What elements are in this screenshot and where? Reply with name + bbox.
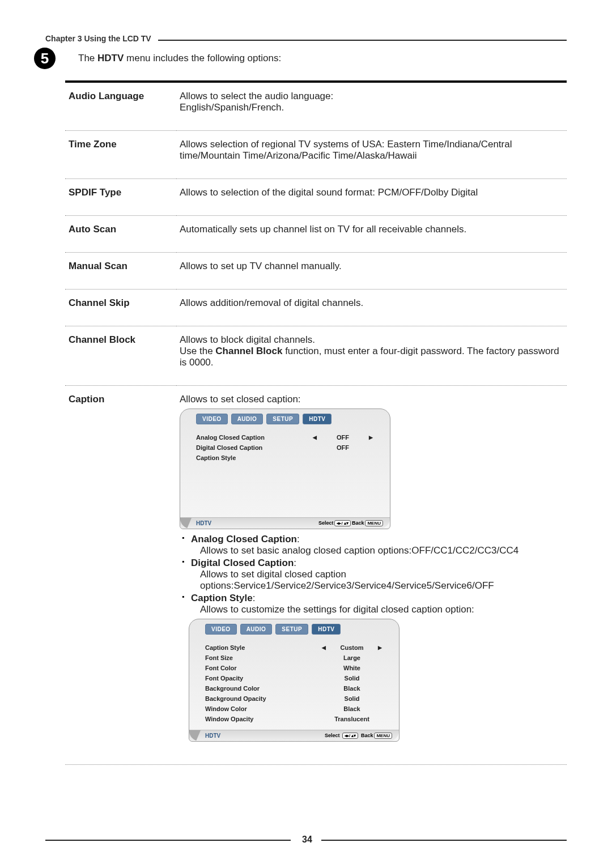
- label-spdif: SPDIF Type: [65, 179, 176, 216]
- desc-auto-scan: Automatically sets up channel list on TV…: [176, 216, 567, 253]
- row-channel-skip: Channel Skip Allows addition/removal of …: [65, 290, 567, 326]
- osd-tabs: VIDEO AUDIO SETUP HDTV: [180, 409, 390, 427]
- footer-back: Back: [352, 520, 364, 526]
- row-auto-scan: Auto Scan Automatically sets up channel …: [65, 216, 567, 253]
- osd-footer-1: HDTV Select◂▸/ ▴▾BackMENU: [180, 517, 390, 529]
- osd2-r7-v: Black: [329, 704, 375, 714]
- right-arrow-icon: ▶: [375, 643, 385, 653]
- osd-footer-2: HDTV Select ◂▸/ ▴▾ BackMENU: [189, 730, 399, 741]
- caption-intro: Allows to set closed caption:: [180, 394, 301, 405]
- osd2-r4-v: Solid: [329, 673, 375, 683]
- row-spdif: SPDIF Type Allows to selection of the di…: [65, 179, 567, 216]
- osd2-footer-hint: Select ◂▸/ ▴▾ BackMENU: [325, 733, 393, 739]
- options-table: Audio Language Allows to select the audi…: [65, 80, 567, 762]
- desc-manual-scan: Allows to set up TV channel manually.: [176, 253, 567, 290]
- analog-label: Analog Closed Caption: [191, 534, 297, 544]
- osd2-row5: Background Color◀Black▶: [205, 683, 385, 693]
- osd-tab-audio: AUDIO: [231, 414, 264, 424]
- row-caption: Caption Allows to set closed caption: VI…: [65, 386, 567, 763]
- osd2-r3-l: Font Color: [205, 663, 318, 673]
- osd2-footer-title: HDTV: [205, 733, 220, 739]
- osd-tab-setup: SETUP: [266, 414, 299, 424]
- osd-tabs-2: VIDEO AUDIO SETUP HDTV: [189, 619, 399, 637]
- step-text-pre: The: [78, 53, 97, 63]
- osd2-r4-l: Font Opacity: [205, 673, 318, 683]
- label-audio-language: Audio Language: [65, 82, 176, 131]
- analog-desc: Allows to set basic analog closed captio…: [191, 545, 561, 556]
- label-caption: Caption: [65, 386, 176, 763]
- osd-body-1: Analog Closed Caption ◀ OFF ▶ Digital Cl…: [180, 427, 390, 517]
- osd1-row2-value: OFF: [320, 442, 366, 453]
- osd2-r2-v: Large: [329, 653, 375, 663]
- osd1-row1-value: OFF: [320, 432, 366, 442]
- osd2-tab-setup: SETUP: [275, 624, 308, 635]
- osd2-row6: Background Opacity◀Solid▶: [205, 693, 385, 704]
- cb-bold: Channel Block: [215, 346, 282, 356]
- footer-rule-left: [45, 840, 291, 841]
- osd-panel-1: VIDEO AUDIO SETUP HDTV Analog Closed Cap…: [180, 409, 390, 529]
- footer-rule-right: [321, 840, 567, 841]
- desc-channel-block: Allows to block digital channels. Use th…: [176, 326, 567, 386]
- osd1-row2-label: Digital Closed Caption: [196, 442, 309, 453]
- osd-caption-style-menu: VIDEO AUDIO SETUP HDTV Caption Style ◀ C…: [189, 619, 561, 742]
- osd2-r8-l: Window Opacity: [205, 714, 318, 724]
- osd-footer-title: HDTV: [196, 520, 211, 526]
- page-header-row: Chapter 3 Using the LCD TV: [45, 34, 567, 48]
- chapter-header: Chapter 3 Using the LCD TV: [45, 34, 151, 43]
- osd2-tab-hdtv: HDTV: [312, 624, 341, 635]
- osd2-row7: Window Color◀Black▶: [205, 704, 385, 714]
- digital-label: Digital Closed Caption: [191, 558, 294, 568]
- osd2-row8: Window Opacity◀Translucent▶: [205, 714, 385, 724]
- page-number: 34: [298, 835, 317, 845]
- osd2-r6-l: Background Opacity: [205, 693, 318, 704]
- osd1-row3: Caption Style: [196, 453, 376, 463]
- table-bottom-rule: [65, 764, 567, 765]
- row-time-zone: Time Zone Allows selection of regional T…: [65, 131, 567, 179]
- osd1-row1: Analog Closed Caption ◀ OFF ▶: [196, 432, 376, 442]
- label-manual-scan: Manual Scan: [65, 253, 176, 290]
- row-manual-scan: Manual Scan Allows to set up TV channel …: [65, 253, 567, 290]
- bullet-analog: Analog Closed Caption: Allows to set bas…: [182, 534, 561, 556]
- osd2-r1-v: Custom: [329, 643, 375, 653]
- step-text-post: menu includes the following options:: [124, 53, 281, 63]
- osd-tab-video: VIDEO: [196, 414, 228, 424]
- osd-tab-hdtv: HDTV: [303, 414, 332, 424]
- cb-line1: Allows to block digital channels.: [180, 334, 315, 345]
- row-audio-language: Audio Language Allows to select the audi…: [65, 82, 567, 131]
- desc-spdif: Allows to selection of the digital sound…: [176, 179, 567, 216]
- left-arrow-icon: ◀: [318, 643, 329, 653]
- osd2-row4: Font Opacity◀Solid▶: [205, 673, 385, 683]
- osd1-row2: Digital Closed Caption ◀ OFF ▶: [196, 442, 376, 453]
- osd2-row2: Font Size◀Large▶: [205, 653, 385, 663]
- page-footer: 34: [45, 834, 567, 845]
- label-time-zone: Time Zone: [65, 131, 176, 179]
- desc-time-zone: Allows selection of regional TV systems …: [176, 131, 567, 179]
- osd2-row1: Caption Style ◀ Custom ▶: [205, 643, 385, 653]
- desc-caption: Allows to set closed caption: VIDEO AUDI…: [176, 386, 567, 763]
- osd2-r3-v: White: [329, 663, 375, 673]
- osd-footer-hint: Select◂▸/ ▴▾BackMENU: [318, 520, 384, 526]
- left-arrow-icon: ◀: [309, 432, 320, 442]
- footer-select: Select: [318, 520, 334, 526]
- menu-key-icon: MENU: [365, 520, 383, 526]
- row-channel-block: Channel Block Allows to block digital ch…: [65, 326, 567, 386]
- osd2-tab-video: VIDEO: [205, 624, 237, 635]
- osd-panel-2: VIDEO AUDIO SETUP HDTV Caption Style ◀ C…: [189, 619, 400, 742]
- nav-keys-icon: ◂▸/ ▴▾: [342, 733, 358, 739]
- style-desc: Allows to customize the settings for dig…: [191, 604, 561, 615]
- osd2-r2-l: Font Size: [205, 653, 318, 663]
- osd2-tab-audio: AUDIO: [240, 624, 273, 635]
- label-channel-skip: Channel Skip: [65, 290, 176, 326]
- osd1-row1-label: Analog Closed Caption: [196, 432, 309, 442]
- step-text-bold: HDTV: [97, 53, 124, 63]
- nav-keys-icon: ◂▸/ ▴▾: [334, 520, 350, 526]
- footer-back2: Back: [361, 733, 373, 738]
- osd2-r1-l: Caption Style: [205, 643, 318, 653]
- osd2-r6-v: Solid: [329, 693, 375, 704]
- digital-desc: Allows to set digital closed caption opt…: [191, 569, 561, 592]
- osd2-r7-l: Window Color: [205, 704, 318, 714]
- osd-caption-menu: VIDEO AUDIO SETUP HDTV Analog Closed Cap…: [180, 409, 561, 529]
- footer-select2: Select: [325, 733, 340, 738]
- osd2-r5-v: Black: [329, 683, 375, 693]
- bullet-style: Caption Style: Allows to customize the s…: [182, 593, 561, 615]
